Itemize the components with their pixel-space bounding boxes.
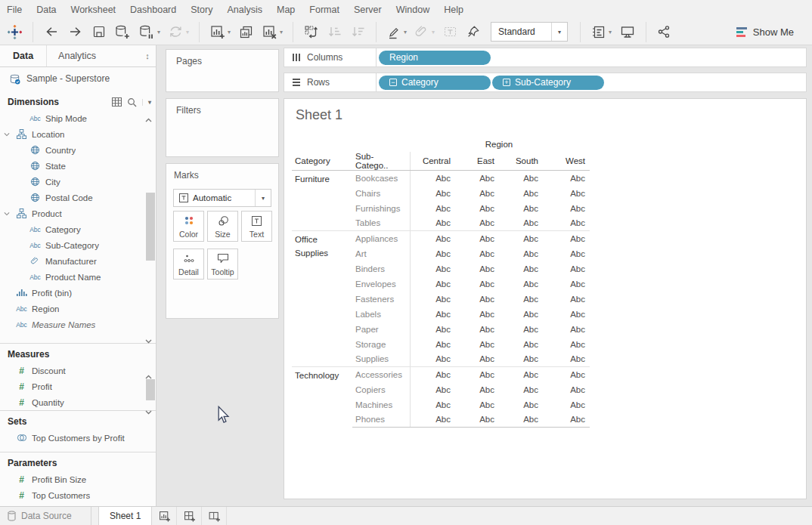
field-product-name[interactable]: AbcProduct Name — [0, 269, 156, 285]
scroll-down-icon[interactable] — [145, 333, 152, 347]
chevron-down-icon[interactable]: ▾ — [228, 29, 231, 36]
clear-sheet-button[interactable]: ▾ — [262, 24, 283, 40]
show-me-button[interactable]: Show Me — [736, 26, 794, 38]
table-cell[interactable]: Abc — [543, 382, 590, 397]
collapse-icon[interactable] — [4, 132, 14, 137]
field-quantity[interactable]: #Quantity — [0, 394, 156, 410]
highlight-button[interactable]: ▾ — [386, 24, 407, 40]
table-cell[interactable]: Abc — [455, 412, 499, 428]
field-profit-bin-size[interactable]: #Profit Bin Size — [0, 471, 156, 487]
subcategory-row-header[interactable]: Supplies — [352, 352, 410, 367]
filters-shelf[interactable]: Filters — [166, 98, 279, 157]
menu-item-file[interactable]: File — [7, 5, 22, 15]
table-cell[interactable]: Abc — [499, 276, 543, 292]
minus-icon[interactable]: − — [389, 79, 397, 86]
sheet-tab-sheet1[interactable]: Sheet 1 — [98, 507, 152, 525]
table-cell[interactable]: Abc — [499, 367, 543, 382]
field-measure-names[interactable]: AbcMeasure Names — [0, 317, 156, 332]
table-cell[interactable]: Abc — [543, 337, 590, 352]
columns-pill-area[interactable]: Region — [377, 48, 807, 67]
chevron-down-icon[interactable]: ▾ — [157, 29, 160, 36]
field-top-customers[interactable]: #Top Customers — [0, 487, 156, 503]
new-data-source-button[interactable] — [114, 24, 131, 40]
menu-item-dashboard[interactable]: Dashboard — [130, 5, 176, 15]
table-cell[interactable]: Abc — [455, 261, 499, 276]
table-cell[interactable]: Abc — [410, 171, 455, 186]
chevron-down-icon[interactable]: ▾ — [432, 29, 435, 36]
table-cell[interactable]: Abc — [455, 352, 499, 367]
subcategory-row-header[interactable]: Art — [352, 246, 410, 261]
menu-item-analysis[interactable]: Analysis — [227, 5, 262, 15]
measures-scroll-down-icon[interactable] — [145, 404, 152, 418]
redo-button[interactable] — [67, 24, 84, 39]
rows-pill-area[interactable]: −Category+Sub-Category — [377, 73, 807, 92]
category-row-header[interactable]: Office Supplies — [292, 231, 352, 367]
subcategory-row-header[interactable]: Storage — [352, 337, 410, 352]
region-column-header[interactable]: West — [543, 152, 590, 171]
table-cell[interactable]: Abc — [410, 216, 455, 231]
pages-shelf[interactable]: Pages — [166, 49, 279, 92]
dimensions-menu-icon[interactable]: ▾ — [142, 99, 151, 106]
table-cell[interactable]: Abc — [410, 412, 455, 428]
table-cell[interactable]: Abc — [455, 246, 499, 261]
swap-rows-and-columns-button[interactable] — [303, 24, 319, 39]
group-members-button[interactable]: ▾ — [414, 24, 435, 39]
table-cell[interactable]: Abc — [455, 397, 499, 412]
table-cell[interactable]: Abc — [455, 186, 499, 201]
table-cell[interactable]: Abc — [455, 216, 499, 231]
menu-item-help[interactable]: Help — [444, 5, 463, 15]
table-cell[interactable]: Abc — [543, 201, 590, 216]
sheet-title[interactable]: Sheet 1 — [296, 107, 342, 123]
tab-data[interactable]: Data — [0, 45, 46, 66]
subcategory-row-header[interactable]: Furnishings — [352, 201, 410, 216]
new-dashboard-button[interactable] — [177, 507, 202, 525]
chevron-down-icon[interactable]: ▾ — [255, 190, 271, 206]
table-cell[interactable]: Abc — [410, 186, 455, 201]
category-row-header[interactable]: Furniture — [292, 171, 352, 231]
table-cell[interactable]: Abc — [499, 261, 543, 276]
field-location[interactable]: Location — [0, 126, 156, 142]
table-cell[interactable]: Abc — [543, 261, 590, 276]
table-cell[interactable]: Abc — [499, 171, 543, 186]
subcategory-row-header[interactable]: Binders — [352, 261, 410, 276]
category-column-header[interactable]: Category — [292, 152, 352, 171]
size-button[interactable]: Size — [207, 211, 238, 242]
mark-type-dropdown[interactable]: Automatic ▾ — [173, 189, 271, 207]
table-cell[interactable]: Abc — [410, 382, 455, 397]
view-data-icon[interactable] — [112, 97, 122, 107]
text-button[interactable]: Text — [241, 211, 272, 242]
presentation-mode-button[interactable] — [619, 24, 636, 39]
dimensions-scrollbar[interactable] — [146, 193, 155, 261]
table-cell[interactable]: Abc — [499, 231, 543, 246]
pill-region[interactable]: Region — [379, 51, 491, 65]
collapse-icon[interactable] — [4, 212, 14, 216]
field-sub-category[interactable]: AbcSub-Category — [0, 237, 156, 253]
table-cell[interactable]: Abc — [455, 337, 499, 352]
subcategory-row-header[interactable]: Copiers — [352, 382, 410, 397]
sort-descending-button[interactable] — [350, 24, 366, 39]
menu-item-window[interactable]: Window — [396, 5, 429, 15]
field-top-customers-by-profit[interactable]: Top Customers by Profit — [0, 430, 156, 446]
table-cell[interactable]: Abc — [499, 322, 543, 337]
table-cell[interactable]: Abc — [499, 352, 543, 367]
new-worksheet-button[interactable]: ▾ — [209, 24, 231, 40]
table-cell[interactable]: Abc — [410, 352, 455, 367]
table-cell[interactable]: Abc — [410, 246, 455, 261]
subcategory-row-header[interactable]: Paper — [352, 322, 410, 337]
sort-ascending-button[interactable] — [327, 24, 342, 39]
table-cell[interactable]: Abc — [499, 412, 543, 428]
table-cell[interactable]: Abc — [543, 171, 590, 186]
search-icon[interactable] — [127, 97, 137, 107]
subcategory-row-header[interactable]: Bookcases — [352, 171, 410, 186]
pause-auto-updates-button[interactable]: ▾ — [138, 24, 160, 40]
table-cell[interactable]: Abc — [543, 186, 590, 201]
swap-panes-icon[interactable]: ↕ — [139, 45, 156, 66]
data-source-tab[interactable]: Data Source — [0, 507, 91, 525]
table-cell[interactable]: Abc — [543, 307, 590, 322]
fix-axes-button[interactable] — [466, 24, 481, 40]
pill-sub-category[interactable]: +Sub-Category — [492, 76, 604, 90]
region-column-header[interactable]: East — [455, 152, 499, 171]
measures-scrollbar[interactable] — [146, 379, 155, 400]
duplicate-sheet-button[interactable] — [238, 24, 254, 40]
chevron-down-icon[interactable]: ▾ — [186, 29, 189, 36]
